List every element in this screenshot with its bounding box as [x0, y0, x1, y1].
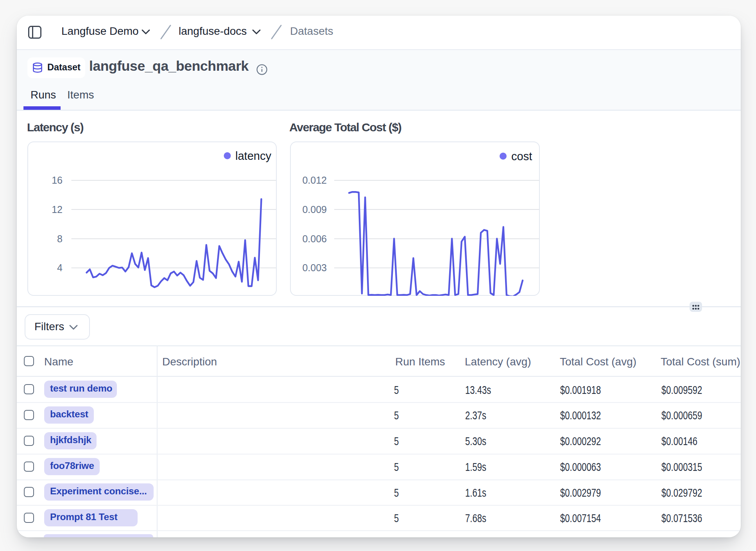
svg-text:8: 8	[57, 233, 63, 244]
svg-text:0.003: 0.003	[302, 262, 327, 273]
svg-text:0.012: 0.012	[302, 175, 327, 186]
svg-text:4: 4	[57, 262, 63, 273]
svg-text:12: 12	[52, 204, 63, 215]
svg-text:0.006: 0.006	[302, 233, 327, 244]
svg-text:16: 16	[52, 175, 63, 186]
svg-text:0.009: 0.009	[302, 204, 327, 215]
svg-text:cost: cost	[511, 150, 532, 163]
svg-text:latency: latency	[235, 150, 271, 162]
